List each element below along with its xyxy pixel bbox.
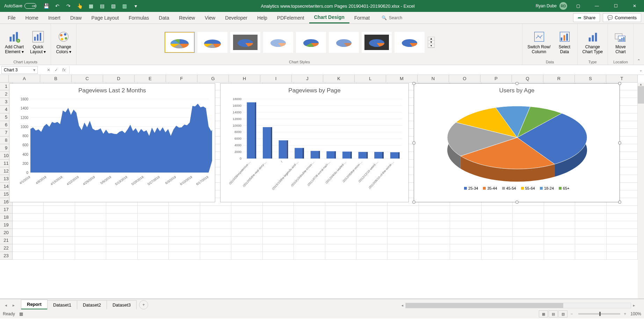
switch-row-column-button[interactable]: Switch Row/ Column <box>525 29 552 56</box>
chart-users-by-age[interactable]: Users by Age 25-3435-4445-5455-6418-2465… <box>414 83 620 202</box>
col-header[interactable]: G <box>197 75 229 82</box>
add-sheet-button[interactable]: + <box>139 300 148 309</box>
chart-style-1[interactable] <box>165 32 195 53</box>
redo-icon[interactable]: ↷ <box>64 2 73 10</box>
horizontal-scrollbar[interactable]: ◄ ► <box>399 302 637 309</box>
col-header[interactable]: E <box>135 75 166 82</box>
sheet-nav-prev-icon[interactable]: ◄ <box>3 303 9 308</box>
row-header[interactable]: 19 <box>0 221 12 229</box>
col-header[interactable]: H <box>229 75 260 82</box>
worksheet-grid[interactable]: ABCDEFGHIJKLMNOPQRST 1234567891011121314… <box>0 75 644 299</box>
tab-draw[interactable]: Draw <box>65 13 87 23</box>
share-button[interactable]: ➦Share <box>573 13 600 22</box>
select-all-corner[interactable] <box>0 75 9 82</box>
col-header[interactable]: B <box>40 75 72 82</box>
chart-style-6[interactable] <box>329 32 359 53</box>
col-header[interactable]: M <box>386 75 418 82</box>
fx-icon[interactable]: fx <box>60 66 68 74</box>
tab-view[interactable]: View <box>200 13 220 23</box>
sheet-tab-report[interactable]: Report <box>21 300 48 309</box>
normal-view-icon[interactable]: ▦ <box>539 310 548 317</box>
tab-format[interactable]: Format <box>349 13 375 23</box>
zoom-slider[interactable] <box>578 313 620 315</box>
qat-more-icon[interactable]: ▾ <box>131 2 140 10</box>
collapse-ribbon-icon[interactable]: ⌃ <box>634 57 644 65</box>
tab-insert[interactable]: Insert <box>43 13 65 23</box>
col-header[interactable]: P <box>480 75 512 82</box>
qat-icon-3[interactable]: ▧ <box>109 2 117 10</box>
chart-pageviews-by-page[interactable]: Pageviews by Page 0200040006000800010000… <box>220 83 409 202</box>
col-header[interactable]: N <box>418 75 449 82</box>
ribbon-options-icon[interactable]: ▢ <box>570 1 586 11</box>
row-header[interactable]: 18 <box>0 213 12 221</box>
row-header[interactable]: 23 <box>0 252 12 260</box>
col-header[interactable]: J <box>292 75 323 82</box>
vertical-scrollbar[interactable]: ▲ <box>638 83 644 299</box>
minimize-icon[interactable]: — <box>589 1 605 11</box>
col-header[interactable]: A <box>9 75 40 82</box>
page-break-view-icon[interactable]: ▧ <box>558 310 567 317</box>
row-header[interactable]: 21 <box>0 237 12 244</box>
qat-icon-2[interactable]: ▤ <box>98 2 106 10</box>
zoom-in-icon[interactable]: + <box>624 311 626 316</box>
tab-page-layout[interactable]: Page Layout <box>87 13 124 23</box>
name-box[interactable]: Chart 3▾ <box>1 66 38 74</box>
sheet-tab-dataset3[interactable]: Dataset3 <box>107 300 137 309</box>
zoom-out-icon[interactable]: − <box>570 311 573 316</box>
sheet-nav-next-icon[interactable]: ► <box>10 303 17 308</box>
chart-style-7[interactable] <box>362 32 392 53</box>
comments-button[interactable]: 💬Comments <box>603 13 641 22</box>
chart-style-5[interactable] <box>296 32 326 53</box>
autosave-toggle[interactable]: AutoSave Off <box>1 3 39 9</box>
tab-review[interactable]: Review <box>174 13 200 23</box>
tab-data[interactable]: Data <box>154 13 174 23</box>
move-chart-button[interactable]: Move Chart <box>611 29 630 56</box>
save-icon[interactable]: 💾 <box>42 2 50 10</box>
maximize-icon[interactable]: ☐ <box>608 1 624 11</box>
col-header[interactable]: T <box>606 75 638 82</box>
tab-developer[interactable]: Developer <box>220 13 252 23</box>
formula-input[interactable] <box>69 66 638 74</box>
qat-icon[interactable]: ▦ <box>87 2 95 10</box>
select-data-button[interactable]: Select Data <box>555 29 574 56</box>
enter-formula-icon[interactable]: ✓ <box>52 66 60 74</box>
search-box[interactable]: 🔍 Search <box>382 15 402 20</box>
row-header[interactable]: 20 <box>0 229 12 237</box>
row-header[interactable]: 17 <box>0 206 12 213</box>
macro-record-icon[interactable]: ▦ <box>19 311 23 316</box>
row-header[interactable]: 22 <box>0 244 12 252</box>
close-icon[interactable]: ✕ <box>627 1 643 11</box>
undo-icon[interactable]: ↶ <box>53 2 61 10</box>
cancel-formula-icon[interactable]: ✕ <box>45 66 52 74</box>
tab-pdfelement[interactable]: PDFelement <box>272 13 309 23</box>
col-header[interactable]: I <box>260 75 292 82</box>
col-header[interactable]: Q <box>512 75 543 82</box>
sheet-tab-dataset1[interactable]: Dataset1 <box>47 300 77 309</box>
sheet-tab-dataset2[interactable]: Dataset2 <box>77 300 107 309</box>
chart-style-2[interactable] <box>197 32 227 53</box>
expand-formula-icon[interactable]: ⌄ <box>638 68 644 72</box>
chart-style-3[interactable] <box>230 32 260 53</box>
col-header[interactable]: O <box>449 75 480 82</box>
col-header[interactable]: K <box>323 75 355 82</box>
page-layout-view-icon[interactable]: ▤ <box>549 310 558 317</box>
add-chart-element-button[interactable]: + Add Chart Element ▾ <box>3 29 26 56</box>
tab-formulas[interactable]: Formulas <box>124 13 154 23</box>
qat-icon-4[interactable]: ▥ <box>120 2 129 10</box>
col-header[interactable]: F <box>166 75 197 82</box>
tab-chart-design[interactable]: Chart Design <box>309 12 349 23</box>
chart-pageviews-last-2-months[interactable]: Pageviews Last 2 Months 0200400600800100… <box>9 83 215 202</box>
tab-file[interactable]: File <box>3 13 21 23</box>
chart-style-4[interactable] <box>263 32 293 53</box>
col-header[interactable]: D <box>103 75 135 82</box>
vscroll-thumb[interactable] <box>638 86 644 104</box>
tab-home[interactable]: Home <box>21 13 43 23</box>
change-chart-type-button[interactable]: Change Chart Type <box>580 29 605 56</box>
chart-style-8[interactable] <box>395 32 425 53</box>
col-header[interactable]: L <box>355 75 386 82</box>
tab-help[interactable]: Help <box>252 13 272 23</box>
avatar[interactable]: RD <box>559 2 567 10</box>
touch-mode-icon[interactable]: 👆 <box>75 2 84 10</box>
style-scroll[interactable]: ▲▼▾ <box>428 37 435 48</box>
col-header[interactable]: R <box>543 75 575 82</box>
